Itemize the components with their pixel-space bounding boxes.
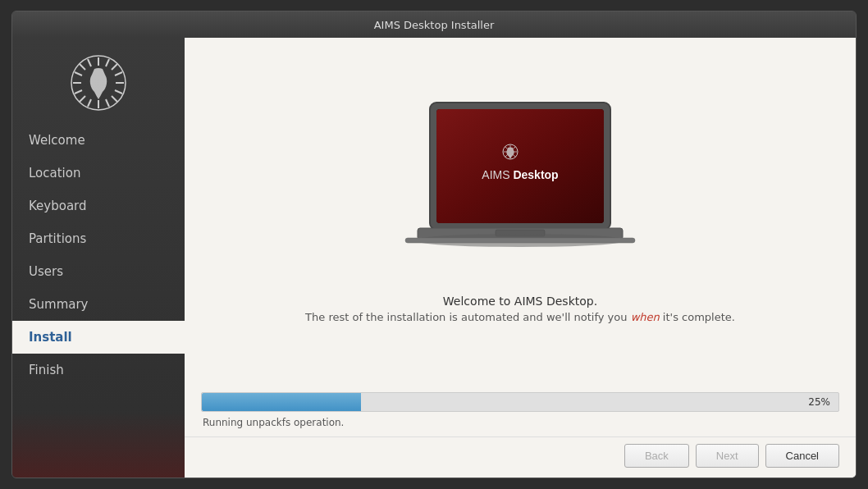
svg-line-5 <box>80 64 85 70</box>
svg-text:AIMS 
              Desktop: AIMS Desktop <box>482 168 558 181</box>
svg-rect-19 <box>436 109 604 223</box>
svg-line-8 <box>80 96 85 102</box>
svg-line-12 <box>106 99 109 107</box>
when-highlight: when <box>631 311 660 323</box>
progress-bar-container: 25% <box>201 392 839 412</box>
progress-status: Running unpackfs operation. <box>201 417 839 428</box>
sidebar: Welcome Location Keyboard Partitions Use… <box>12 38 185 478</box>
aims-logo-icon <box>70 54 127 112</box>
svg-rect-33 <box>405 238 635 243</box>
progress-percent: 25% <box>808 396 830 408</box>
welcome-message: Welcome to AIMS Desktop. The rest of the… <box>305 295 735 323</box>
laptop-svg-icon: AIMS Desktop <box>381 94 660 275</box>
button-bar: Back Next Cancel <box>185 436 856 478</box>
main-content: AIMS Desktop Welcome to AIMS Des <box>185 38 856 478</box>
sidebar-item-welcome[interactable]: Welcome <box>12 124 185 157</box>
sidebar-item-summary[interactable]: Summary <box>12 288 185 321</box>
svg-line-7 <box>112 64 117 70</box>
sidebar-item-location[interactable]: Location <box>12 157 185 190</box>
next-button[interactable]: Next <box>696 444 759 468</box>
svg-line-16 <box>88 99 91 107</box>
svg-line-13 <box>115 72 122 75</box>
progress-bar-fill <box>202 393 361 411</box>
sidebar-item-finish[interactable]: Finish <box>12 354 185 386</box>
welcome-line2: The rest of the installation is automate… <box>305 311 735 323</box>
back-button[interactable]: Back <box>624 444 689 468</box>
laptop-illustration: AIMS Desktop <box>381 94 660 278</box>
sidebar-navigation: Welcome Location Keyboard Partitions Use… <box>12 124 185 412</box>
title-bar: AIMS Desktop Installer <box>12 11 856 38</box>
welcome-line1: Welcome to AIMS Desktop. <box>305 295 735 308</box>
svg-line-9 <box>75 72 82 75</box>
svg-line-10 <box>115 90 122 94</box>
window-body: Welcome Location Keyboard Partitions Use… <box>12 38 856 478</box>
window-title: AIMS Desktop Installer <box>374 19 495 31</box>
svg-line-11 <box>88 59 91 66</box>
sidebar-item-partitions[interactable]: Partitions <box>12 222 185 255</box>
sidebar-item-keyboard[interactable]: Keyboard <box>12 190 185 222</box>
content-area: AIMS Desktop Welcome to AIMS Des <box>185 38 856 392</box>
sidebar-logo <box>12 38 185 124</box>
svg-line-14 <box>75 90 82 94</box>
sidebar-item-users[interactable]: Users <box>12 255 185 288</box>
progress-area: 25% Running unpackfs operation. <box>185 392 856 436</box>
svg-line-15 <box>106 59 109 66</box>
svg-line-6 <box>112 96 117 102</box>
sidebar-decoration <box>12 412 185 478</box>
installer-window: AIMS Desktop Installer <box>11 11 857 478</box>
cancel-button[interactable]: Cancel <box>765 444 839 468</box>
sidebar-item-install[interactable]: Install <box>12 321 185 354</box>
